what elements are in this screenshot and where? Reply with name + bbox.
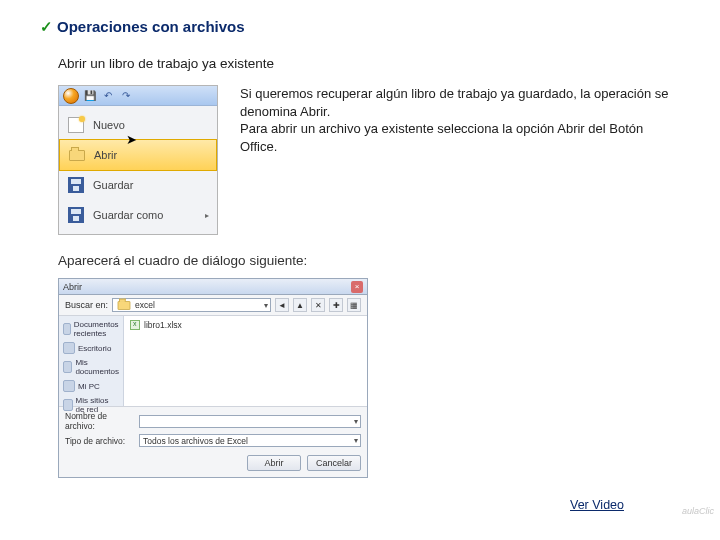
place-label: Mis documentos: [75, 358, 119, 376]
body-text: Si queremos recuperar algún libro de tra…: [240, 85, 680, 235]
menu-item-abrir: Abrir ➤: [59, 139, 217, 171]
save-disk-icon: [67, 176, 85, 194]
filetype-label: Tipo de archivo:: [65, 436, 133, 446]
cursor-icon: ➤: [126, 132, 137, 147]
save-icon: 💾: [83, 89, 97, 103]
lookin-value: excel: [135, 300, 155, 310]
menu-item-nuevo: Nuevo: [59, 110, 217, 140]
newfolder-icon: ✚: [329, 298, 343, 312]
chevron-right-icon: ▸: [205, 211, 209, 220]
dialog-bottom: Nombre de archivo: Tipo de archivo: Todo…: [59, 406, 367, 451]
network-icon: [63, 399, 73, 411]
filetype-input: Todos los archivos de Excel: [139, 434, 361, 447]
new-file-icon: [67, 116, 85, 134]
menu-item-label: Abrir: [94, 149, 117, 161]
dialog-toolbar: Buscar en: excel ◄ ▲ ✕ ✚ ▦: [59, 295, 367, 316]
paragraph-1: Si queremos recuperar algún libro de tra…: [240, 85, 680, 120]
place-label: Documentos recientes: [74, 320, 119, 338]
desktop-icon: [63, 342, 75, 354]
place-documents: Mis documentos: [59, 357, 123, 377]
heading-text: Operaciones con archivos: [57, 18, 245, 35]
menu-item-label: Nuevo: [93, 119, 125, 131]
open-dialog-screenshot: Abrir × Buscar en: excel ◄ ▲ ✕ ✚ ▦ Docum…: [58, 278, 368, 478]
dialog-buttons: Abrir Cancelar: [59, 451, 367, 477]
check-icon: ✓: [40, 18, 53, 35]
office-button-icon: [63, 88, 79, 104]
filename-label: Nombre de archivo:: [65, 411, 133, 431]
lookin-label: Buscar en:: [65, 300, 108, 310]
menu-item-guardar: Guardar: [59, 170, 217, 200]
cancel-button: Cancelar: [307, 455, 361, 471]
dialog-titlebar: Abrir ×: [59, 279, 367, 295]
watermark: aulaClic: [682, 506, 714, 516]
menu-item-label: Guardar como: [93, 209, 163, 221]
menu-item-guardar-como: Guardar como ▸: [59, 200, 217, 230]
place-label: Mi PC: [78, 382, 100, 391]
place-recent: Documentos recientes: [59, 319, 123, 339]
redo-icon: ↷: [119, 89, 133, 103]
place-mypc: Mi PC: [59, 379, 123, 393]
office-menu-list: Nuevo Abrir ➤ Guardar Guardar como ▸: [59, 106, 217, 234]
subheading-2: Aparecerá el cuadro de diálogo siguiente…: [0, 235, 720, 268]
undo-icon: ↶: [101, 89, 115, 103]
ver-video-link[interactable]: Ver Video: [570, 498, 624, 512]
open-button: Abrir: [247, 455, 301, 471]
filename-input: [139, 415, 361, 428]
back-icon: ◄: [275, 298, 289, 312]
paragraph-2: Para abrir un archivo ya existente selec…: [240, 120, 680, 155]
dialog-title: Abrir: [63, 282, 82, 292]
lookin-combo: excel: [112, 298, 271, 312]
file-list: libro1.xlsx: [124, 316, 367, 406]
filetype-value: Todos los archivos de Excel: [143, 436, 248, 446]
open-folder-icon: [68, 146, 86, 164]
close-icon: ×: [351, 281, 363, 293]
office-menu-screenshot: 💾 ↶ ↷ Nuevo Abrir ➤ Guardar Guardar como…: [58, 85, 218, 235]
file-name: libro1.xlsx: [144, 320, 182, 330]
recent-icon: [63, 323, 71, 335]
subheading: Abrir un libro de trabajo ya existente: [0, 36, 720, 71]
menu-item-label: Guardar: [93, 179, 133, 191]
save-as-icon: [67, 206, 85, 224]
section-heading: ✓Operaciones con archivos: [0, 0, 720, 36]
computer-icon: [63, 380, 75, 392]
folder-icon: [118, 301, 131, 310]
excel-file-icon: [130, 320, 140, 330]
up-icon: ▲: [293, 298, 307, 312]
place-label: Escritorio: [78, 344, 111, 353]
documents-icon: [63, 361, 72, 373]
file-row: libro1.xlsx: [130, 320, 361, 330]
places-bar: Documentos recientes Escritorio Mis docu…: [59, 316, 124, 406]
place-desktop: Escritorio: [59, 341, 123, 355]
delete-icon: ✕: [311, 298, 325, 312]
dialog-body: Documentos recientes Escritorio Mis docu…: [59, 316, 367, 406]
quick-access-toolbar: 💾 ↶ ↷: [59, 86, 217, 106]
views-icon: ▦: [347, 298, 361, 312]
